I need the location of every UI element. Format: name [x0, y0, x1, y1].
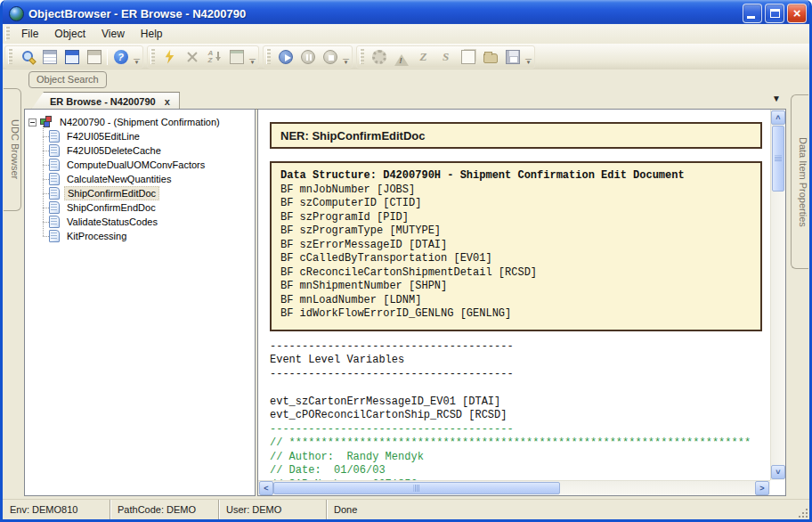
resize-grip[interactable] [796, 506, 808, 518]
overflow-arrow-icon: ▾ [345, 61, 348, 64]
step-s-button[interactable]: S [434, 47, 457, 67]
menu-grip[interactable] [5, 27, 10, 40]
er-body-line: -------------------------------------- [270, 340, 762, 355]
er-function-doc-icon [49, 230, 60, 242]
menu-object[interactable]: Object [46, 26, 93, 42]
er-document[interactable]: NER: ShipConfirmEditDoc Data Structure: … [259, 110, 770, 480]
run-button[interactable] [158, 47, 181, 67]
window-layout-button[interactable] [61, 47, 83, 67]
menu-view[interactable]: View [93, 26, 133, 42]
er-function-doc-icon [49, 187, 60, 200]
scroll-down-icon[interactable]: ˅ [771, 465, 785, 479]
pause-button[interactable] [296, 47, 319, 67]
copy-button[interactable] [457, 47, 479, 67]
horizontal-scroll-thumb[interactable] [273, 482, 560, 494]
tab-er-browse[interactable]: ER Browse - N4200790 x [31, 92, 180, 110]
toolbar-group-4: ZS—▾ [356, 45, 535, 69]
warning-button[interactable] [390, 47, 412, 67]
er-tree-panel: N4200790 - (Shipment Confirmation) F42UI… [24, 109, 256, 496]
er-body-line: Event Level Variables [270, 354, 762, 368]
toolbar-overflow-chevron[interactable]: —▾ [524, 47, 533, 67]
object-cubes-icon [39, 116, 53, 129]
close-button[interactable]: × [787, 4, 807, 23]
help-icon [114, 50, 128, 64]
open-folder-icon [483, 53, 498, 63]
open-folder-button[interactable] [479, 47, 501, 67]
maximize-button[interactable] [765, 4, 784, 23]
status-panel-3: User: DEMO [219, 500, 327, 519]
properties-form-button[interactable] [225, 47, 248, 67]
tree-item-CalculateNewQuantities[interactable]: CalculateNewQuantities [33, 172, 253, 186]
data-item-properties-tab[interactable]: Data Item Properties [791, 94, 808, 269]
tree-item-label: KitProcessing [64, 230, 129, 242]
zoom-z-icon: Z [417, 50, 431, 64]
er-body-line: // *************************************… [270, 436, 762, 451]
data-structure-line: BF szErrorMessageID [DTAI] [280, 239, 751, 253]
toolbar-overflow-chevron[interactable]: —▾ [132, 47, 142, 67]
tab-close-icon[interactable]: x [165, 96, 170, 107]
data-structure-line: BF cCalledByTransportation [EV01] [280, 252, 751, 266]
tree-item-ComputeDualUOMConvFactors[interactable]: ComputeDualUOMConvFactors [33, 158, 253, 172]
tree-item-ValidateStatusCodes[interactable]: ValidateStatusCodes [33, 215, 253, 229]
tree-root-row[interactable]: N4200790 - (Shipment Confirmation) [27, 115, 253, 129]
toolbar-overflow-chevron[interactable]: —▾ [248, 47, 257, 67]
er-body-line: // Author: Randy Mendyk [270, 451, 762, 465]
vertical-scrollbar[interactable]: ˄ ˅ [770, 110, 785, 480]
toolbar-grip[interactable] [150, 49, 155, 64]
sort-az-button[interactable] [203, 47, 225, 67]
menu-file[interactable]: File [13, 26, 46, 42]
data-structure-title: Data Structure: D4200790H - Shipment Con… [280, 169, 751, 184]
breakpoint-gear-icon [372, 50, 386, 64]
scroll-left-icon[interactable]: ˂ [259, 481, 273, 495]
scroll-up-icon[interactable]: ˄ [771, 110, 785, 125]
er-function-doc-icon [49, 173, 60, 185]
er-body-line [270, 381, 762, 396]
thumb-grip [414, 485, 420, 492]
tree-item-label: CalculateNewQuantities [64, 173, 174, 185]
window-button[interactable] [83, 47, 105, 67]
tree-item-KitProcessing[interactable]: KitProcessing [33, 229, 253, 243]
overflow-arrow-icon: ▾ [135, 61, 139, 64]
toolbar-grip[interactable] [266, 49, 271, 64]
play-button[interactable] [274, 47, 296, 67]
tree-item-F42UI05EditLine[interactable]: F42UI05EditLine [33, 129, 253, 143]
tab-label: ER Browse - N4200790 [50, 96, 156, 107]
toolbar: —▾—▾—▾ZS—▾ [3, 44, 809, 69]
stop-icon [323, 50, 337, 64]
er-function-doc-icon [49, 216, 60, 228]
stop-button[interactable] [319, 47, 341, 67]
status-panel-2: PathCode: DEMO [110, 500, 219, 519]
tree-collapse-icon[interactable] [28, 118, 37, 126]
save-button[interactable] [501, 47, 524, 67]
ner-header-box: NER: ShipConfirmEditDoc [270, 122, 762, 149]
toolbar-overflow-chevron[interactable]: —▾ [341, 47, 351, 67]
menu-help[interactable]: Help [133, 26, 171, 42]
scroll-right-icon[interactable]: ˃ [755, 481, 769, 495]
tab-list-dropdown-icon[interactable]: ▼ [772, 94, 781, 103]
data-structure-line: BF mnShipmentNumber [SHPN] [280, 280, 751, 294]
status-bar: Env: DEMO810PathCode: DEMOUser: DEMODone [3, 499, 809, 519]
close-icon: × [788, 4, 806, 22]
udc-browser-tab[interactable]: UDC Browser [4, 88, 21, 211]
zoom-z-button[interactable]: Z [412, 47, 434, 67]
help-button[interactable] [110, 47, 132, 67]
table-browser-button[interactable] [38, 47, 61, 67]
toolbar-grip[interactable] [360, 49, 364, 64]
title-bar[interactable]: ObjectBrowser - ER Browse - N4200790 × [0, 0, 812, 27]
tree-item-ShipConfirmEndDoc[interactable]: ShipConfirmEndDoc [33, 200, 253, 215]
window-layout-icon [65, 50, 79, 64]
object-search-button[interactable] [16, 47, 38, 67]
tree-item-F42UI05DeleteCache[interactable]: F42UI05DeleteCache [33, 143, 253, 158]
breakpoint-gear-button[interactable] [368, 47, 390, 67]
data-structure-line: BF szProgramType [MUTYPE] [280, 224, 751, 239]
tree-item-ShipConfirmEditDoc[interactable]: ShipConfirmEditDoc [33, 186, 253, 200]
toolbar-grip[interactable] [8, 49, 12, 64]
minimize-button[interactable] [743, 4, 762, 23]
horizontal-scrollbar[interactable]: ˂ ˃ [258, 480, 770, 495]
object-search-tooltip: Object Search [28, 71, 107, 88]
copy-icon [461, 50, 475, 64]
vertical-scroll-thumb[interactable] [772, 126, 784, 192]
table-browser-icon [43, 50, 57, 64]
sort-az-icon [207, 50, 222, 64]
expand-references-button[interactable] [181, 47, 203, 67]
